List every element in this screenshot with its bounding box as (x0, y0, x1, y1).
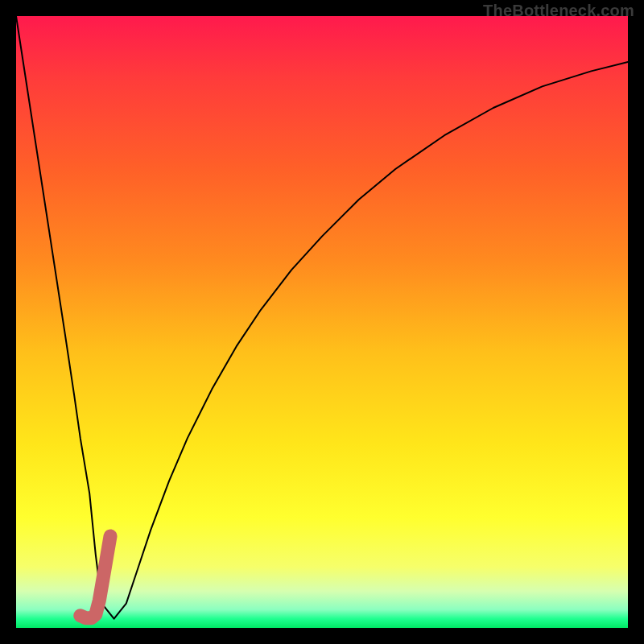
v-curve-path (16, 16, 628, 619)
curve-layer (16, 16, 628, 628)
plot-area (16, 16, 628, 628)
watermark-text: TheBottleneck.com (483, 2, 634, 20)
chart-frame: TheBottleneck.com (0, 0, 644, 644)
